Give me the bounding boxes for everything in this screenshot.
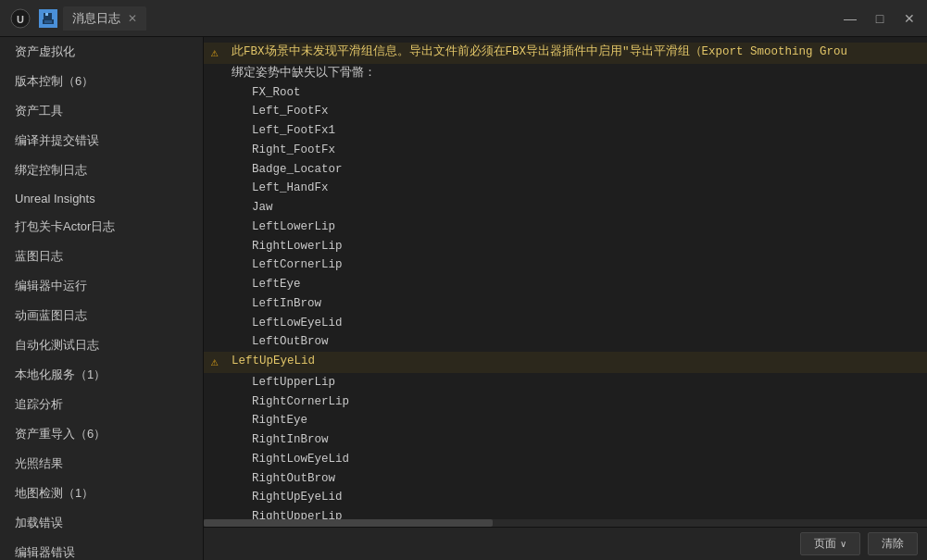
bone-text: Left_HandFx xyxy=(232,180,920,197)
log-line: RightInBrow xyxy=(204,430,927,450)
bone-text: Badge_Locator xyxy=(232,161,920,179)
log-line: Left_HandFx xyxy=(204,179,927,198)
bone-text: RightOutBrow xyxy=(232,470,920,488)
log-line: LeftCornerLip xyxy=(204,255,927,275)
app-logo-icon: U xyxy=(9,7,31,30)
log-line: Left_FootFx xyxy=(204,102,927,121)
bone-text: LeftLowEyeLid xyxy=(232,315,920,332)
log-line: Left_FootFx1 xyxy=(204,121,927,141)
main-tab[interactable]: 消息日志 ✕ xyxy=(63,6,146,31)
log-line: RightCornerLip xyxy=(204,392,927,412)
titlebar: U 消息日志 ✕ — □ ✕ xyxy=(0,0,927,37)
content-area: ⚠ 此FBX场景中未发现平滑组信息。导出文件前必须在FBX导出器插件中启用"导出… xyxy=(204,37,927,560)
tab-close-icon[interactable]: ✕ xyxy=(128,12,137,25)
bottom-bar: 页面 ∨ 清除 xyxy=(204,527,927,560)
log-line: FX_Root xyxy=(204,83,927,103)
log-line: RightLowerLip xyxy=(204,237,927,256)
sidebar-item-editor-errors[interactable]: 编辑器错误 xyxy=(0,538,203,560)
log-line: RightLowEyeLid xyxy=(204,450,927,469)
log-line: RightOutBrow xyxy=(204,469,927,489)
sidebar-item-auto-test[interactable]: 自动化测试日志 xyxy=(0,330,203,360)
sidebar-item-reimport[interactable]: 资产重导入（6） xyxy=(0,419,203,449)
bone-text: LeftInBrow xyxy=(232,295,920,313)
bone-text: RightLowEyeLid xyxy=(232,451,920,468)
save-icon xyxy=(39,9,57,28)
sidebar-item-compile-errors[interactable]: 编译并提交错误 xyxy=(0,126,203,156)
log-line: Jaw xyxy=(204,198,927,218)
bone-text: LeftCornerLip xyxy=(232,256,920,274)
log-line: Right_FootFx xyxy=(204,141,927,160)
bone-text: LeftOutBrow xyxy=(232,333,920,351)
bone-text: Left_FootFx1 xyxy=(232,122,920,140)
log-line: ⚠ 此FBX场景中未发现平滑组信息。导出文件前必须在FBX导出器插件中启用"导出… xyxy=(204,43,927,64)
chevron-down-icon: ∨ xyxy=(840,539,846,549)
bone-text: Jaw xyxy=(232,199,920,217)
tab-label: 消息日志 xyxy=(72,10,120,27)
log-line: LeftOutBrow xyxy=(204,332,927,352)
svg-rect-6 xyxy=(44,20,52,23)
page-button[interactable]: 页面 ∨ xyxy=(800,532,860,555)
log-line: RightUpEyeLid xyxy=(204,488,927,507)
warning-icon: ⚠ xyxy=(211,44,228,63)
sidebar-item-load-errors[interactable]: 加载错误 xyxy=(0,508,203,538)
horizontal-scrollbar[interactable] xyxy=(204,519,927,527)
warning-icon-2: ⚠ xyxy=(211,354,228,372)
log-warning-text: 此FBX场景中未发现平滑组信息。导出文件前必须在FBX导出器插件中启用"导出平滑… xyxy=(232,44,920,61)
log-line: RightUpperLip xyxy=(204,507,927,519)
main-layout: 资产虚拟化 版本控制（6） 资产工具 编译并提交错误 绑定控制日志 Unreal… xyxy=(0,37,927,560)
log-line: 绑定姿势中缺失以下骨骼： xyxy=(204,64,927,83)
sidebar-item-trace[interactable]: 追踪分析 xyxy=(0,390,203,419)
log-line: LeftInBrow xyxy=(204,294,927,314)
log-line: ⚠ LeftUpEyeLid xyxy=(204,352,927,373)
close-button[interactable]: ✕ xyxy=(901,11,918,26)
sidebar: 资产虚拟化 版本控制（6） 资产工具 编译并提交错误 绑定控制日志 Unreal… xyxy=(0,37,204,560)
bone-text: LeftLowerLip xyxy=(232,218,920,236)
log-line: Badge_Locator xyxy=(204,160,927,180)
bone-text: RightLowerLip xyxy=(232,238,920,255)
bone-text: FX_Root xyxy=(232,84,920,102)
minimize-button[interactable]: — xyxy=(842,11,858,26)
sidebar-item-unreal-insights[interactable]: Unreal Insights xyxy=(0,185,203,212)
bone-text: LeftEye xyxy=(232,276,920,293)
sidebar-item-pack-actor[interactable]: 打包关卡Actor日志 xyxy=(0,212,203,242)
window-controls: — □ ✕ xyxy=(842,11,918,26)
log-line: LeftLowerLip xyxy=(204,218,927,237)
sidebar-item-blueprint[interactable]: 蓝图日志 xyxy=(0,242,203,271)
clear-button[interactable]: 清除 xyxy=(868,532,918,555)
page-label: 页面 xyxy=(814,536,836,552)
bone-header-text: 绑定姿势中缺失以下骨骼： xyxy=(232,65,920,82)
bone-text: RightInBrow xyxy=(232,431,920,449)
sidebar-item-editor-run[interactable]: 编辑器中运行 xyxy=(0,271,203,301)
log-line: LeftLowEyeLid xyxy=(204,314,927,333)
log-warning-text-2: LeftUpEyeLid xyxy=(232,353,920,370)
log-line: LeftUpperLip xyxy=(204,373,927,392)
bone-text: Left_FootFx xyxy=(232,103,920,120)
sidebar-item-localization[interactable]: 本地化服务（1） xyxy=(0,360,203,390)
sidebar-item-version-control[interactable]: 版本控制（6） xyxy=(0,67,203,96)
sidebar-item-asset-virt[interactable]: 资产虚拟化 xyxy=(0,37,203,67)
bone-text: LeftUpperLip xyxy=(232,374,920,392)
log-line: RightEye xyxy=(204,411,927,430)
bone-text: RightUpperLip xyxy=(232,508,920,519)
log-area[interactable]: ⚠ 此FBX场景中未发现平滑组信息。导出文件前必须在FBX导出器插件中启用"导出… xyxy=(204,37,927,519)
bone-text: RightUpEyeLid xyxy=(232,489,920,506)
hscroll-thumb xyxy=(204,519,493,527)
svg-text:U: U xyxy=(17,13,24,24)
svg-rect-4 xyxy=(45,13,48,16)
sidebar-item-asset-tools[interactable]: 资产工具 xyxy=(0,96,203,126)
bone-text: RightEye xyxy=(232,412,920,429)
sidebar-item-anim-blueprint[interactable]: 动画蓝图日志 xyxy=(0,301,203,330)
log-line: LeftEye xyxy=(204,275,927,294)
sidebar-item-map-check[interactable]: 地图检测（1） xyxy=(0,479,203,508)
restore-button[interactable]: □ xyxy=(871,11,888,26)
sidebar-item-bind-control[interactable]: 绑定控制日志 xyxy=(0,156,203,185)
bone-text: Right_FootFx xyxy=(232,142,920,159)
sidebar-item-lighting[interactable]: 光照结果 xyxy=(0,449,203,479)
bone-text: RightCornerLip xyxy=(232,393,920,411)
